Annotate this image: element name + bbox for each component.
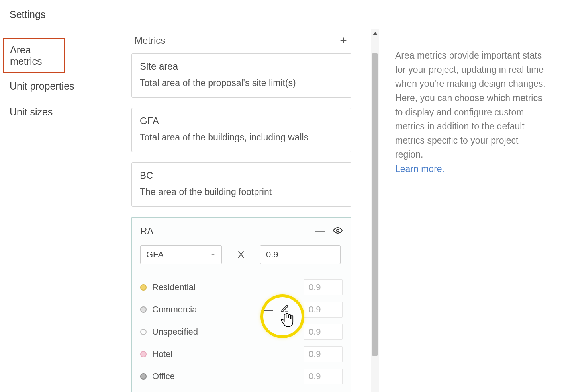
metric-card-title: BC [140, 170, 343, 181]
sidebar-item-unit-properties[interactable]: Unit properties [0, 73, 131, 99]
svg-point-0 [337, 229, 339, 232]
metric-card-site-area[interactable]: Site area Total area of the proposal's s… [131, 53, 351, 98]
category-row-residential: Residential 0.9 [140, 276, 343, 298]
category-label: Residential [152, 282, 196, 293]
metric-card-desc: Total area of the proposal's site limit(… [140, 78, 343, 88]
category-label: Commercial [152, 304, 199, 315]
visibility-icon[interactable] [333, 226, 343, 237]
select-value: GFA [146, 250, 164, 260]
category-value-input[interactable]: 0.9 [304, 346, 343, 362]
svg-marker-1 [373, 32, 378, 35]
category-value-input[interactable]: 0.9 [304, 302, 343, 318]
factor-input[interactable]: 0.9 [260, 245, 341, 264]
metric-card-ra-expanded: RA — GFA X [131, 217, 351, 392]
sidebar: Area metrics Unit properties Unit sizes [0, 29, 131, 392]
main-content: Metrics + Site area Total area of the pr… [131, 29, 371, 392]
category-label: Unspecified [152, 327, 198, 337]
category-value-input[interactable]: 0.9 [304, 369, 343, 384]
category-color-dot [140, 306, 147, 313]
page-title: Settings [10, 9, 45, 20]
category-color-dot [140, 373, 147, 380]
metric-card-bc[interactable]: BC The area of the building footprint [131, 162, 351, 207]
scrollbar[interactable] [371, 29, 379, 392]
learn-more-link[interactable]: Learn more. [395, 164, 445, 174]
factor-value: 0.9 [266, 250, 278, 259]
metric-card-gfa[interactable]: GFA Total area of the buildings, includi… [131, 108, 351, 152]
page-header: Settings [0, 0, 562, 29]
info-panel: Area metrics provide important stats for… [379, 29, 562, 392]
metric-card-desc: The area of the building footprint [140, 187, 343, 197]
category-color-dot [140, 329, 147, 335]
category-label: Hotel [152, 349, 172, 359]
sidebar-item-unit-sizes[interactable]: Unit sizes [0, 99, 131, 125]
category-row-office: Office 0.9 [140, 365, 343, 388]
category-label: Office [152, 371, 175, 382]
add-metric-button[interactable]: + [335, 33, 351, 49]
metrics-heading: Metrics [135, 35, 165, 46]
sidebar-item-area-metrics[interactable]: Area metrics [3, 38, 65, 73]
category-value-input[interactable]: 0.9 [304, 324, 343, 340]
chevron-down-icon [210, 250, 216, 260]
scroll-thumb[interactable] [372, 53, 378, 356]
edit-icon[interactable] [280, 304, 289, 315]
info-text: Area metrics provide important stats for… [395, 50, 546, 160]
metric-card-title: RA [140, 226, 153, 237]
metric-card-desc: Total area of the buildings, including w… [140, 132, 343, 143]
category-value-input[interactable]: 0.9 [304, 279, 343, 295]
sidebar-item-label: Unit properties [10, 80, 74, 92]
category-row-unspecified: Unspecified 0.9 [140, 321, 343, 343]
category-row-commercial: Commercial — [140, 298, 343, 321]
remove-row-icon[interactable]: — [264, 304, 273, 315]
category-color-dot [140, 284, 147, 291]
sidebar-item-label: Area metrics [10, 44, 42, 67]
metric-card-title: Site area [140, 61, 343, 72]
base-metric-select[interactable]: GFA [140, 245, 222, 264]
sidebar-item-label: Unit sizes [10, 106, 53, 117]
category-color-dot [140, 351, 147, 357]
multiply-symbol: X [229, 249, 253, 260]
category-row-hotel: Hotel 0.9 [140, 343, 343, 365]
collapse-icon[interactable]: — [315, 225, 325, 237]
scroll-up-icon[interactable] [372, 30, 378, 37]
metric-card-title: GFA [140, 115, 343, 127]
